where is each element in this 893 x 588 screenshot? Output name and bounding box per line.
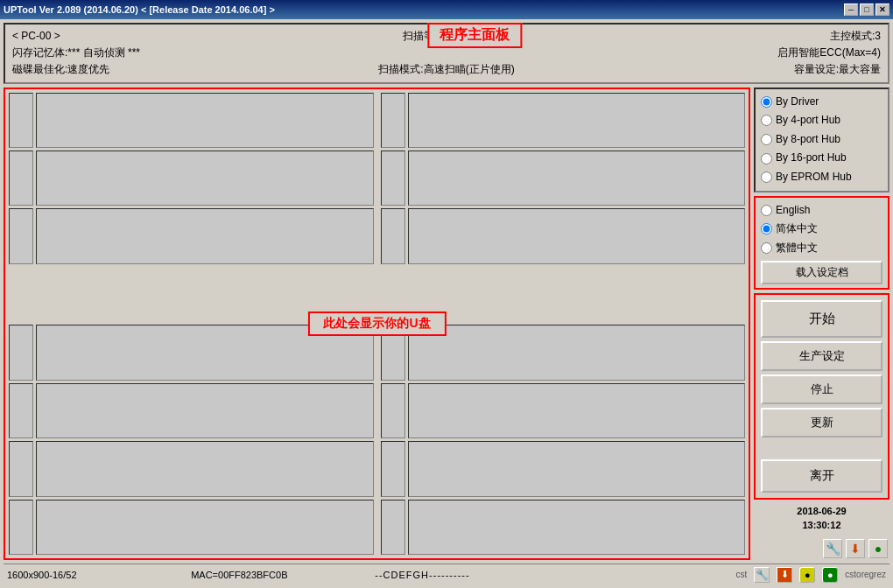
hub-label-driver: By Driver (776, 93, 819, 112)
grid-cell[interactable] (9, 325, 33, 380)
lang-label-zh-cn: 简体中文 (776, 220, 818, 239)
action-buttons-box: 开始 生产设定 停止 更新 离开 (754, 293, 889, 500)
hub-radio-4port[interactable] (761, 115, 772, 126)
status-website-full: cstoregrez (845, 570, 886, 579)
grid-cell[interactable] (381, 208, 405, 263)
grid-panel: 此处会显示你的U盘 (4, 88, 750, 560)
title-text: UPTool Ver 2.089 (2014.06.20) < [Release… (4, 4, 275, 15)
info-bar: 程序主面板 < PC-00 > 扫描等级:低格扫描 主控模式:3 闪存记忆体:*… (4, 23, 889, 84)
close-button[interactable]: ✕ (875, 4, 889, 16)
status-bar: 1600x900-16/52 MAC=00FF823BFC0B --CDEFGH… (4, 564, 889, 584)
grid-cell[interactable] (36, 383, 374, 438)
grid-cell[interactable] (381, 383, 405, 438)
bottom-icons: 🔧 ⬇ ● (754, 537, 889, 560)
leave-button[interactable]: 离开 (761, 459, 882, 493)
window-controls[interactable]: ─ □ ✕ (844, 4, 889, 16)
grid-cell[interactable] (381, 500, 405, 555)
status-green-button[interactable]: ● (822, 567, 838, 583)
hub-option-driver[interactable]: By Driver (761, 93, 882, 112)
grid-row-2 (9, 150, 745, 206)
grid-cell[interactable] (36, 500, 374, 555)
hub-option-8port[interactable]: By 8-port Hub (761, 130, 882, 150)
grid-cell[interactable] (381, 441, 405, 496)
download-icon-button[interactable]: ⬇ (846, 539, 865, 558)
status-resolution: 1600x900-16/52 (7, 570, 184, 580)
grid-cell[interactable] (408, 208, 746, 263)
hub-option-eprom[interactable]: By EPROM Hub (761, 168, 882, 187)
wrench-icon: 🔧 (826, 542, 840, 556)
grid-row-3 (9, 208, 745, 263)
lang-radio-zh-cn[interactable] (761, 223, 772, 234)
grid-left-2 (9, 150, 374, 206)
start-button[interactable]: 开始 (761, 300, 882, 338)
date-display: 2018-06-29 (756, 505, 888, 518)
stop-button[interactable]: 停止 (761, 374, 882, 404)
grid-cell[interactable] (9, 500, 33, 555)
main-window: 程序主面板 < PC-00 > 扫描等级:低格扫描 主控模式:3 闪存记忆体:*… (0, 19, 893, 588)
hub-radio-eprom[interactable] (761, 172, 772, 183)
title-bar: UPTool Ver 2.089 (2014.06.20) < [Release… (0, 0, 893, 19)
lang-option-zh-cn[interactable]: 简体中文 (761, 220, 882, 239)
minimize-button[interactable]: ─ (844, 4, 858, 16)
grid-right-6 (381, 383, 746, 438)
lang-radio-zh-tw[interactable] (761, 242, 772, 254)
grid-cell[interactable] (9, 383, 33, 438)
grid-cell[interactable] (381, 150, 405, 206)
update-button[interactable]: 更新 (761, 408, 882, 438)
grid-cell[interactable] (9, 150, 33, 206)
hub-radio-driver[interactable] (761, 96, 772, 108)
grid-cell[interactable] (36, 208, 374, 263)
hub-label-4port: By 4-port Hub (776, 111, 840, 130)
status-settings-icon-button[interactable]: 🔧 (754, 567, 770, 583)
hub-label-8port: By 8-port Hub (776, 130, 840, 150)
grid-cell[interactable] (9, 441, 33, 496)
grid-left-7 (9, 441, 374, 496)
load-settings-button[interactable]: 载入设定档 (761, 261, 882, 284)
grid-cell[interactable] (408, 325, 746, 380)
production-button[interactable]: 生产设定 (761, 341, 882, 371)
grid-cell[interactable] (408, 383, 746, 438)
lang-option-en[interactable]: English (761, 201, 882, 220)
grid-right-7 (381, 441, 746, 496)
grid-cell[interactable] (36, 150, 374, 206)
grid-cell[interactable] (36, 441, 374, 496)
status-yellow-button[interactable]: ● (799, 567, 815, 583)
status-wrench-icon: 🔧 (756, 569, 769, 581)
time-display: 13:30:12 (756, 519, 888, 532)
grid-cell[interactable] (408, 441, 746, 496)
status-progress: --CDEFGH---------- (375, 570, 728, 580)
grid-cell[interactable] (408, 150, 746, 206)
program-title: 程序主面板 (427, 23, 522, 48)
maximize-button[interactable]: □ (860, 4, 874, 16)
lang-radio-en[interactable] (761, 205, 772, 216)
grid-row-8 (9, 500, 745, 555)
info-scan-mode: 扫描模式:高速扫瞄(正片使用) (302, 61, 592, 78)
green-icon-button[interactable]: ● (868, 539, 888, 558)
info-ecc: 启用智能ECC(Max=4) (591, 45, 881, 61)
grid-cell[interactable] (408, 93, 746, 148)
info-master-mode: 主控模式:3 (591, 28, 881, 45)
hub-option-4port[interactable]: By 4-port Hub (761, 111, 882, 130)
status-mac: MAC=00FF823BFC0B (191, 570, 368, 580)
lang-label-en: English (776, 201, 810, 220)
status-download-button[interactable]: ⬇ (777, 567, 792, 583)
grid-cell[interactable] (381, 93, 405, 148)
grid-cell[interactable] (408, 500, 746, 555)
info-row-3: 磁碟最佳化:速度优先 扫描模式:高速扫瞄(正片使用) 容量设定:最大容量 (12, 61, 881, 78)
right-panel: By Driver By 4-port Hub By 8-port Hub By… (754, 88, 889, 560)
info-capacity: 容量设定:最大容量 (591, 61, 881, 78)
status-green-icon: ● (827, 570, 833, 580)
lang-option-zh-tw[interactable]: 繁體中文 (761, 239, 882, 258)
hub-radio-16port[interactable] (761, 153, 772, 164)
grid-cell[interactable] (36, 93, 374, 148)
grid-left-8 (9, 500, 374, 555)
grid-cell[interactable] (9, 93, 33, 148)
hub-radio-8port[interactable] (761, 134, 772, 145)
hub-label-16port: By 16-port Hub (776, 149, 847, 168)
grid-row-7 (9, 441, 745, 496)
hub-label-eprom: By EPROM Hub (776, 168, 852, 187)
hub-option-16port[interactable]: By 16-port Hub (761, 149, 882, 168)
info-pc: < PC-00 > (12, 28, 302, 45)
settings-icon-button[interactable]: 🔧 (823, 539, 842, 558)
grid-cell[interactable] (9, 208, 33, 263)
